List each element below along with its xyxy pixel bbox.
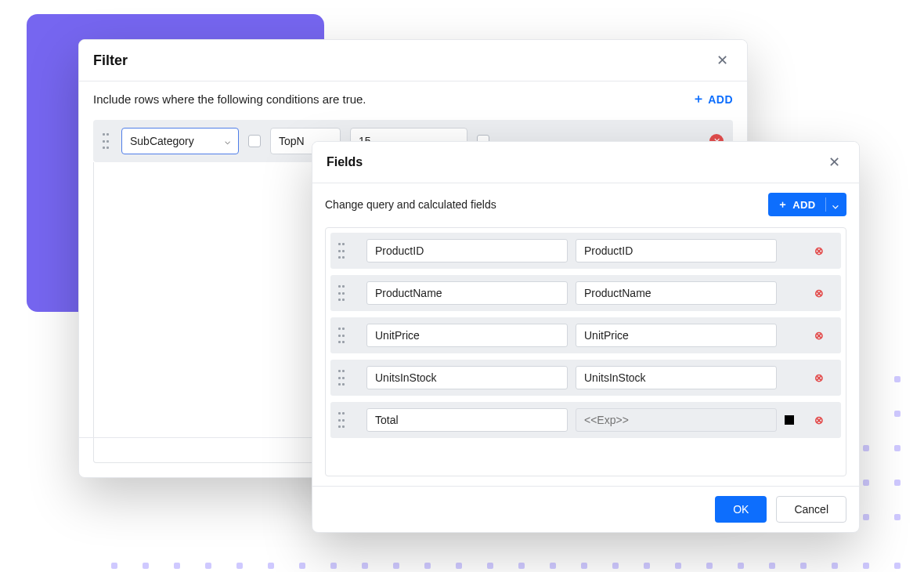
cancel-button[interactable]: Cancel (776, 496, 846, 523)
field-name-input[interactable] (366, 239, 568, 262)
field-name-input[interactable] (366, 408, 568, 432)
field-alias-input[interactable] (576, 239, 777, 262)
fields-toolbar: Change query and calculated fields ＋ ADD… (312, 183, 859, 226)
field-row: ⊗ (330, 402, 841, 438)
filter-toolbar: Include rows where the following conditi… (79, 81, 747, 117)
remove-field-button[interactable]: ⊗ (813, 287, 825, 299)
chevron-down-icon: ⌵ (225, 136, 230, 147)
add-condition-button[interactable]: ＋ ADD (692, 91, 733, 107)
add-field-button[interactable]: ＋ ADD ⌵ (768, 193, 846, 216)
drag-handle-icon[interactable] (338, 285, 348, 301)
drag-handle-icon[interactable] (338, 370, 348, 386)
fields-dialog-title: Fields (327, 155, 363, 169)
field-row: ⊗ (330, 360, 841, 396)
field-alias-input[interactable] (576, 408, 777, 432)
button-separator (825, 197, 826, 212)
remove-field-button[interactable]: ⊗ (813, 329, 825, 342)
field-name-input[interactable] (366, 281, 568, 305)
add-field-label: ADD (792, 199, 815, 211)
plus-icon: ＋ (692, 91, 706, 107)
remove-field-button[interactable]: ⊗ (813, 371, 825, 384)
condition-checkbox-1[interactable] (248, 135, 261, 147)
fields-list: ⊗⊗⊗⊗⊗ (325, 227, 846, 476)
remove-field-button[interactable]: ⊗ (813, 414, 825, 426)
field-name-input[interactable] (366, 324, 568, 347)
field-alias-input[interactable] (576, 281, 777, 305)
field-select-value: SubCategory (130, 135, 194, 147)
fields-dialog: Fields ✕ Change query and calculated fie… (312, 141, 860, 533)
close-icon[interactable]: ✕ (711, 49, 733, 71)
drag-handle-icon[interactable] (103, 133, 112, 149)
remove-field-button[interactable]: ⊗ (813, 244, 825, 257)
field-row: ⊗ (330, 233, 841, 269)
plus-icon: ＋ (778, 197, 788, 212)
filter-caption: Include rows where the following conditi… (93, 92, 366, 106)
field-name-input[interactable] (366, 366, 568, 389)
field-alias-input[interactable] (576, 366, 777, 389)
field-alias-input[interactable] (576, 324, 777, 347)
close-icon[interactable]: ✕ (823, 151, 845, 173)
drag-handle-icon[interactable] (338, 328, 348, 343)
add-condition-label: ADD (708, 93, 733, 106)
decorative-dots (86, 558, 901, 572)
field-row: ⊗ (330, 317, 841, 353)
filter-dialog-header: Filter ✕ (79, 40, 747, 81)
ok-button[interactable]: OK (715, 496, 767, 523)
operator-select-value: TopN (279, 135, 305, 147)
fields-dialog-header: Fields ✕ (312, 142, 859, 183)
field-select[interactable]: SubCategory ⌵ (121, 128, 239, 154)
drag-handle-icon[interactable] (338, 412, 348, 428)
chevron-down-icon: ⌵ (832, 199, 839, 211)
fields-dialog-footer: OK Cancel (312, 486, 859, 532)
fields-caption: Change query and calculated fields (325, 198, 496, 211)
expression-indicator-icon[interactable] (785, 415, 794, 425)
filter-dialog-title: Filter (93, 52, 128, 69)
field-row: ⊗ (330, 275, 841, 311)
drag-handle-icon[interactable] (338, 243, 348, 259)
